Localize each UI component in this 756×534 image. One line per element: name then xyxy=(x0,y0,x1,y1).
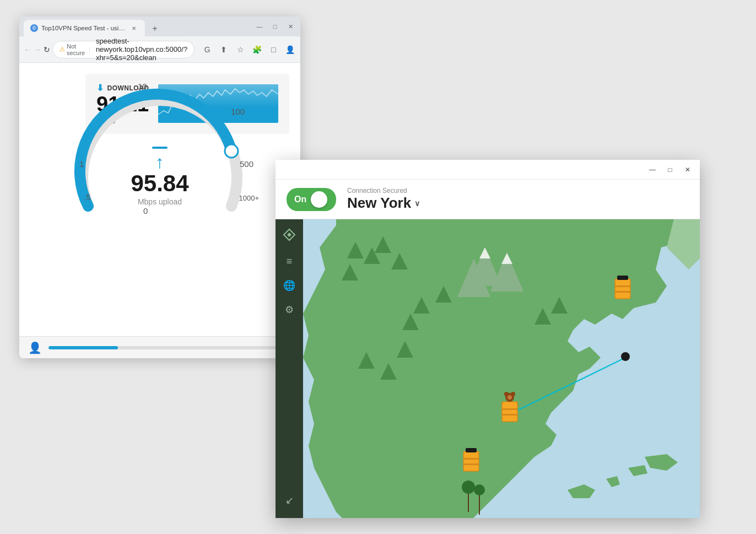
gauge-arrow: ↑ xyxy=(155,153,164,171)
svg-point-40 xyxy=(621,352,630,361)
gauge-value: 95.84 xyxy=(131,172,188,195)
address-actions: G ⬆ ☆ 🧩 □ 👤 ⋮ xyxy=(200,42,300,57)
google-search-icon[interactable]: G xyxy=(200,42,214,57)
speedtest-bottom: 👤 ≡ xyxy=(19,336,300,358)
svg-rect-39 xyxy=(466,448,477,452)
bookmark-button[interactable]: ☆ xyxy=(233,42,247,57)
vpn-body: ≡ 🌐 ⚙ ↙ xyxy=(276,219,700,518)
user-icon: 👤 xyxy=(28,341,42,354)
browser-minimize-button[interactable]: — xyxy=(254,21,265,32)
server-marker-3 xyxy=(463,448,479,471)
svg-rect-38 xyxy=(463,463,479,465)
tab-title: Top10VPN Speed Test - using Op xyxy=(41,25,126,31)
browser-content: ⬇ DOWNLOAD 91.11 Mbps xyxy=(19,63,300,358)
vpn-toggle[interactable]: On xyxy=(287,188,336,211)
svg-rect-28 xyxy=(617,276,628,280)
gauge-unit: Mbps upload xyxy=(138,197,182,206)
vpn-city-selector[interactable]: New York ∨ xyxy=(347,195,420,212)
svg-point-21 xyxy=(462,481,475,494)
svg-rect-27 xyxy=(615,291,630,293)
security-label: Not secure xyxy=(67,43,85,56)
vpn-map-area xyxy=(303,219,700,518)
browser-tab-area: © Top10VPN Speed Test - using Op ✕ + xyxy=(24,17,250,36)
vpn-logo-svg xyxy=(282,227,297,242)
security-warning: ⚠ Not secure | xyxy=(60,43,93,56)
back-button[interactable]: ← xyxy=(24,42,31,57)
menu-icon: ≡ xyxy=(287,256,293,267)
svg-rect-25 xyxy=(615,279,630,299)
browser-tab-active[interactable]: © Top10VPN Speed Test - using Op ✕ xyxy=(24,20,145,36)
tab-close-button[interactable]: ✕ xyxy=(129,24,138,33)
vpn-maximize-button[interactable]: □ xyxy=(665,164,676,175)
sidebar-item-menu[interactable]: ≡ xyxy=(276,249,303,273)
gauge-container: 1 10 100 500 .5 0 1000+ ↑ 95.84 Mbps upl… xyxy=(66,74,253,228)
vpn-minimize-button[interactable]: — xyxy=(647,164,658,175)
gauge-label-05: .5 xyxy=(84,192,91,202)
tab-favicon: © xyxy=(30,24,38,32)
gauge-label-1000: 1000+ xyxy=(239,194,259,202)
vpn-map-svg xyxy=(303,219,700,518)
gauge-label-10: 10 xyxy=(138,82,147,91)
svg-point-33 xyxy=(504,392,509,396)
svg-rect-36 xyxy=(463,451,479,471)
extensions-button[interactable]: 🧩 xyxy=(250,42,264,57)
gauge-label-0: 0 xyxy=(143,206,148,215)
vpn-close-button[interactable]: ✕ xyxy=(682,164,693,175)
gauge-bar xyxy=(152,147,168,149)
vpn-location: Connection Secured New York ∨ xyxy=(347,187,420,212)
vpn-secured-label: Connection Secured xyxy=(347,187,420,195)
speedtest-body: ⬇ DOWNLOAD 91.11 Mbps xyxy=(19,63,300,336)
vpn-header: On Connection Secured New York ∨ xyxy=(276,180,700,219)
sidebar-item-collapse[interactable]: ↙ xyxy=(276,488,303,513)
svg-rect-30 xyxy=(502,408,517,410)
browser-window-controls: — □ ✕ xyxy=(254,21,296,32)
vpn-logo xyxy=(279,225,299,245)
progress-bar-fill xyxy=(48,346,118,349)
gauge-label-1: 1 xyxy=(79,159,84,169)
browser-toolbar: ← → ↻ ⚠ Not secure | speedtest-newyork.t… xyxy=(19,36,300,63)
vpn-city-name: New York xyxy=(347,195,411,212)
browser-titlebar: © Top10VPN Speed Test - using Op ✕ + — □… xyxy=(19,17,300,36)
svg-rect-37 xyxy=(463,458,479,460)
vpn-window: — □ ✕ On Connection Secured New York ∨ xyxy=(276,160,700,518)
globe-icon: 🌐 xyxy=(283,279,295,292)
browser-close-button[interactable]: ✕ xyxy=(285,21,296,32)
svg-rect-31 xyxy=(502,414,517,416)
forward-button[interactable]: → xyxy=(34,42,41,57)
vpn-toggle-label: On xyxy=(294,195,306,204)
server-marker-1 xyxy=(615,276,630,299)
security-warning-icon: ⚠ xyxy=(60,46,65,53)
vpn-sidebar: ≡ 🌐 ⚙ ↙ xyxy=(276,219,303,518)
svg-rect-29 xyxy=(502,402,517,422)
gauge-label-500: 500 xyxy=(240,159,253,169)
svg-rect-26 xyxy=(615,285,630,287)
vpn-win-controls: — □ ✕ xyxy=(647,164,693,175)
collapse-icon: ↙ xyxy=(285,494,294,506)
progress-bar-container xyxy=(48,346,280,349)
svg-point-23 xyxy=(474,484,485,495)
sidebar-item-settings[interactable]: ⚙ xyxy=(276,298,303,322)
address-bar[interactable]: ⚠ Not secure | speedtest-newyork.top10vp… xyxy=(52,41,195,58)
new-tab-button[interactable]: + xyxy=(147,21,163,36)
refresh-button[interactable]: ↻ xyxy=(44,42,50,57)
vpn-titlebar: — □ ✕ xyxy=(276,160,700,180)
sidebar-item-globe[interactable]: 🌐 xyxy=(276,273,303,298)
vpn-city-chevron: ∨ xyxy=(414,199,420,208)
account-button[interactable]: 👤 xyxy=(283,42,297,57)
gauge-label-100: 100 xyxy=(231,107,245,116)
svg-point-34 xyxy=(511,392,515,396)
vpn-toggle-knob xyxy=(311,191,327,208)
url-text: speedtest-newyork.top10vpn.co:5000/?xhr=… xyxy=(96,37,187,62)
profile-button[interactable]: □ xyxy=(266,42,280,57)
browser-window: © Top10VPN Speed Test - using Op ✕ + — □… xyxy=(19,17,300,358)
share-button[interactable]: ⬆ xyxy=(217,42,231,57)
settings-icon: ⚙ xyxy=(285,304,294,316)
more-button[interactable]: ⋮ xyxy=(299,42,300,57)
gauge-center: ↑ 95.84 Mbps upload xyxy=(131,147,188,206)
svg-point-35 xyxy=(507,395,512,400)
browser-maximize-button[interactable]: □ xyxy=(269,21,280,32)
